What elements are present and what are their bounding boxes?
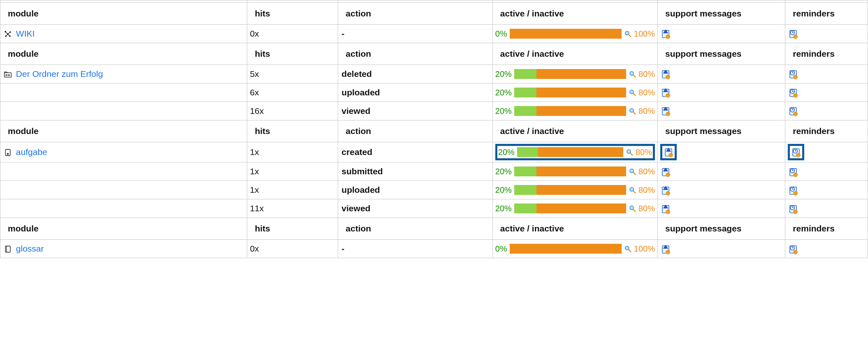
inactive-pct: 80% bbox=[638, 88, 655, 97]
active-pct: 20% bbox=[495, 185, 512, 195]
support-message-icon[interactable] bbox=[660, 28, 671, 39]
action-cell: - bbox=[338, 240, 492, 258]
col-header-module: module bbox=[0, 3, 247, 25]
magnifier-icon[interactable] bbox=[629, 186, 636, 194]
magnifier-icon[interactable] bbox=[624, 30, 631, 37]
col-header-reminders: reminders bbox=[785, 43, 868, 65]
svg-point-46 bbox=[666, 112, 670, 116]
folder-icon bbox=[4, 70, 12, 79]
reminder-icon[interactable] bbox=[788, 69, 798, 79]
magnifier-icon[interactable] bbox=[629, 70, 636, 78]
svg-line-8 bbox=[8, 34, 10, 36]
module-cell bbox=[0, 162, 247, 181]
reminder-icon[interactable] bbox=[788, 203, 798, 214]
support-cell bbox=[657, 142, 785, 162]
support-message-icon[interactable] bbox=[660, 244, 671, 254]
active-inactive-widget[interactable]: 20% 80% bbox=[495, 203, 655, 214]
active-pct: 0% bbox=[495, 244, 507, 254]
svg-line-10 bbox=[629, 35, 631, 37]
inactive-pct: 80% bbox=[636, 148, 652, 157]
module-link[interactable]: Der Ordner zum Erfolg bbox=[16, 69, 103, 79]
magnifier-icon[interactable] bbox=[624, 245, 631, 252]
reminder-icon[interactable] bbox=[788, 244, 798, 254]
reminder-icon[interactable] bbox=[788, 166, 798, 177]
support-cell bbox=[657, 102, 785, 120]
support-cell bbox=[657, 83, 785, 102]
support-message-icon[interactable] bbox=[660, 166, 671, 177]
active-bar bbox=[510, 244, 622, 254]
active-inactive-widget[interactable]: 20% 80% bbox=[495, 68, 655, 80]
module-cell bbox=[0, 102, 247, 120]
svg-point-18 bbox=[794, 35, 798, 39]
module-link[interactable]: aufgabe bbox=[16, 147, 47, 157]
support-message-icon[interactable] bbox=[660, 87, 671, 98]
magnifier-icon[interactable] bbox=[629, 205, 636, 212]
hits-cell: 5x bbox=[247, 65, 338, 83]
reminder-icon[interactable] bbox=[788, 87, 798, 98]
reminder-icon[interactable] bbox=[791, 147, 801, 157]
hits-cell: 1x bbox=[247, 142, 338, 162]
active-inactive-widget[interactable]: 0% 100% bbox=[495, 28, 655, 39]
active-inactive-widget[interactable]: 20% 80% bbox=[495, 166, 655, 177]
action-cell: - bbox=[338, 25, 492, 43]
active-bar bbox=[514, 88, 626, 97]
inactive-pct: 80% bbox=[638, 204, 655, 213]
table-header-row: modulehitsactionactive / inactivesupport… bbox=[0, 218, 868, 240]
support-message-icon[interactable] bbox=[660, 69, 671, 79]
hits-cell: 1x bbox=[247, 162, 338, 181]
support-message-icon[interactable] bbox=[660, 203, 671, 214]
magnifier-icon[interactable] bbox=[626, 148, 633, 156]
module-link[interactable]: WIKI bbox=[16, 29, 35, 38]
magnifier-icon[interactable] bbox=[629, 168, 636, 175]
active-cell: 20% 80% bbox=[492, 162, 657, 181]
active-inactive-widget[interactable]: 20% 80% bbox=[495, 184, 655, 196]
wiki-icon bbox=[4, 30, 12, 38]
reminder-icon[interactable] bbox=[788, 28, 798, 39]
active-inactive-widget[interactable]: 20% 80% bbox=[495, 87, 655, 98]
col-header-module: module bbox=[0, 43, 247, 65]
table-header-row: modulehitsactionactive / inactivesupport… bbox=[0, 3, 868, 25]
module-link[interactable]: glossar bbox=[16, 244, 44, 253]
hits-cell: 6x bbox=[247, 83, 338, 102]
svg-point-20 bbox=[6, 74, 7, 76]
active-pct: 20% bbox=[495, 204, 512, 213]
col-header-action: action bbox=[338, 120, 492, 142]
svg-line-5 bbox=[5, 32, 8, 34]
active-inactive-widget[interactable]: 0% 100% bbox=[495, 243, 655, 254]
reminder-cell bbox=[785, 142, 868, 162]
magnifier-icon[interactable] bbox=[629, 89, 636, 96]
active-inactive-widget[interactable]: 20% 80% bbox=[495, 105, 655, 117]
col-header-hits: hits bbox=[247, 218, 338, 240]
svg-line-75 bbox=[633, 191, 635, 193]
active-bar bbox=[514, 203, 626, 213]
col-header-reminders: reminders bbox=[785, 3, 868, 25]
assignment-icon bbox=[4, 148, 12, 157]
reminder-icon[interactable] bbox=[788, 185, 798, 196]
reminder-cell bbox=[785, 199, 868, 218]
svg-line-43 bbox=[633, 112, 635, 114]
col-header-action: action bbox=[338, 218, 492, 240]
table-row: glossar0x-0% 100% bbox=[0, 240, 868, 258]
inactive-pct: 80% bbox=[638, 167, 655, 176]
support-message-icon[interactable] bbox=[660, 106, 671, 116]
svg-point-13 bbox=[666, 35, 670, 39]
active-cell: 20% 80% bbox=[492, 142, 657, 162]
support-message-icon[interactable] bbox=[663, 147, 674, 157]
support-message-icon[interactable] bbox=[660, 185, 671, 196]
col-header-action: action bbox=[338, 3, 492, 25]
usage-table: modulehitsactionactive / inactivesupport… bbox=[0, 0, 868, 258]
active-bar bbox=[514, 166, 626, 176]
svg-line-55 bbox=[630, 153, 632, 155]
svg-point-63 bbox=[796, 153, 801, 157]
col-header-support: support messages bbox=[657, 43, 785, 65]
active-inactive-widget[interactable]: 20% 80% bbox=[498, 146, 652, 158]
svg-point-26 bbox=[666, 75, 670, 79]
table-row: 1xuploaded20% 80% bbox=[0, 181, 868, 199]
support-cell bbox=[657, 199, 785, 218]
table-row: WIKI0x-0% 100% bbox=[0, 25, 868, 43]
col-header-action: action bbox=[338, 43, 492, 65]
module-cell: WIKI bbox=[0, 25, 247, 43]
reminder-icon[interactable] bbox=[788, 106, 798, 116]
active-pct: 20% bbox=[495, 167, 512, 176]
magnifier-icon[interactable] bbox=[629, 107, 636, 115]
